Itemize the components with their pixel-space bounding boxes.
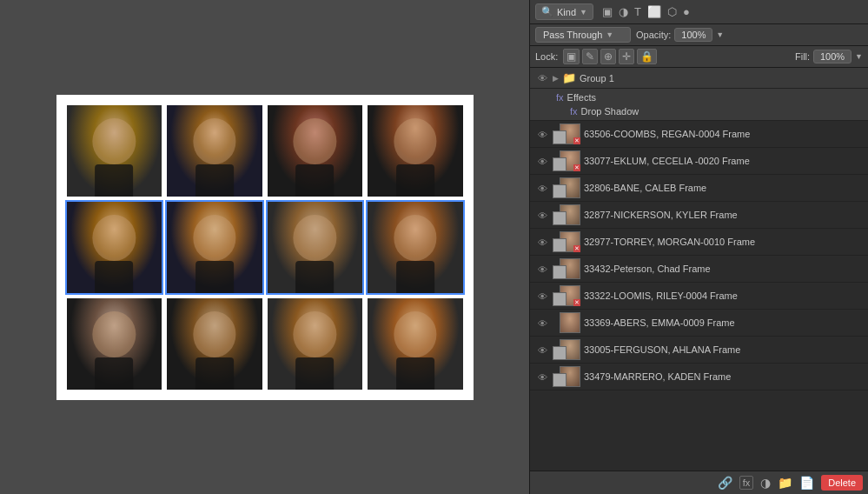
blend-opacity-toolbar: Pass Through ▼ Opacity: 100% ▼ <box>530 24 868 46</box>
layer-name: 33479-MARRERO, KADEN Frame <box>584 371 863 382</box>
layer-thumb-area <box>553 258 580 279</box>
layer-name: 32977-TORREY, MORGAN-0010 Frame <box>584 237 863 247</box>
opacity-row: Opacity: 100% ▼ <box>636 28 724 42</box>
shape-filter-icon[interactable]: ⬜ <box>646 3 663 20</box>
layer-visibility-toggle[interactable] <box>535 370 549 384</box>
photo-cell[interactable] <box>368 105 463 197</box>
lock-position-button[interactable]: ✎ <box>582 49 598 64</box>
smart-filter-icon[interactable]: ⬡ <box>666 3 679 20</box>
layer-mask-thumb <box>553 292 567 306</box>
new-layer-icon[interactable]: 📄 <box>799 476 814 490</box>
layers-list: ✕ 63506-COOMBS, REGAN-0004 Frame ✕ 33077… <box>530 121 868 391</box>
photo-cell[interactable] <box>268 202 363 293</box>
layer-thumb-area: ✕ <box>553 150 580 171</box>
group-layer[interactable]: ▶ 📁 Group 1 <box>530 68 868 89</box>
canvas-area <box>0 0 529 494</box>
photo-cell[interactable] <box>268 298 363 390</box>
chevron-down-icon: ▼ <box>580 8 587 17</box>
layer-x-badge: ✕ <box>573 299 580 306</box>
layer-visibility-toggle[interactable] <box>535 236 549 249</box>
layer-name: 63506-COOMBS, REGAN-0004 Frame <box>584 129 863 139</box>
layer-item[interactable]: ✕ 33322-LOOMIS, RILEY-0004 Frame <box>530 283 868 310</box>
drop-shadow-label: Drop Shadow <box>581 106 639 117</box>
layer-visibility-toggle[interactable] <box>535 182 549 195</box>
layer-item[interactable]: 33479-MARRERO, KADEN Frame <box>530 364 868 391</box>
layer-name: 33005-FERGUSON, AHLANA Frame <box>584 344 863 355</box>
layer-thumb-area: ✕ <box>553 231 580 252</box>
fx-icon[interactable]: fx <box>739 476 754 490</box>
layer-visibility-toggle[interactable] <box>535 209 549 222</box>
layer-item[interactable]: 32806-BANE, CALEB Frame <box>530 175 868 202</box>
folder-icon: 📁 <box>562 71 576 84</box>
layer-item[interactable]: 33369-ABERS, EMMA-0009 Frame <box>530 310 868 337</box>
photo-cell[interactable] <box>167 202 262 293</box>
layer-item[interactable]: ✕ 33077-EKLUM, CECELIA -0020 Frame <box>530 148 868 175</box>
layer-visibility-toggle[interactable] <box>535 290 549 303</box>
opacity-chevron-icon: ▼ <box>716 30 724 39</box>
blend-mode-value: Pass Through <box>543 30 602 40</box>
photo-cell[interactable] <box>67 202 162 293</box>
layer-item[interactable]: 32877-NICKERSON, KYLER Frame <box>530 202 868 229</box>
pixel-filter-icon[interactable]: ▣ <box>600 3 614 20</box>
lock-artboards-button[interactable]: ⊕ <box>600 49 616 64</box>
photo-row-2-selected <box>67 202 463 293</box>
layer-item[interactable]: ✕ 32977-TORREY, MORGAN-0010 Frame <box>530 229 868 256</box>
fill-input[interactable]: 100% <box>813 50 851 63</box>
bottom-toolbar: 🔗 fx ◑ 📁 📄 Delete <box>530 471 868 494</box>
layer-visibility-toggle[interactable] <box>535 344 549 357</box>
group-expand-icon[interactable]: ▶ <box>553 74 559 83</box>
lock-move-button[interactable]: ✛ <box>619 49 634 64</box>
layer-name: 32877-NICKERSON, KYLER Frame <box>584 210 863 220</box>
opacity-input[interactable]: 100% <box>674 28 712 42</box>
lock-pixels-button[interactable]: ▣ <box>563 49 580 64</box>
effects-icon: fx <box>556 92 564 103</box>
layer-visibility-toggle[interactable] <box>535 317 549 330</box>
layer-mask-thumb <box>553 265 567 279</box>
layer-visibility-toggle[interactable] <box>535 263 549 276</box>
layer-item[interactable]: 33005-FERGUSON, AHLANA Frame <box>530 337 868 364</box>
layer-visibility-toggle[interactable] <box>535 128 549 141</box>
layer-visibility-toggle[interactable] <box>535 155 549 168</box>
layer-item[interactable]: ✕ 63506-COOMBS, REGAN-0004 Frame <box>530 121 868 148</box>
blend-chevron-icon: ▼ <box>606 30 613 39</box>
link-icon[interactable]: 🔗 <box>718 476 732 490</box>
group-visibility-toggle[interactable] <box>535 71 549 84</box>
layer-thumbnail <box>560 312 580 333</box>
lock-fill-toolbar: Lock: ▣ ✎ ⊕ ✛ 🔒 Fill: 100% ▼ <box>530 46 868 68</box>
lock-all-button[interactable]: 🔒 <box>637 49 657 64</box>
photo-cell[interactable] <box>67 298 162 390</box>
photo-cell[interactable] <box>67 105 162 197</box>
lock-label: Lock: <box>535 51 558 62</box>
delete-button[interactable]: Delete <box>821 475 863 491</box>
drop-shadow-row[interactable]: fx Drop Shadow <box>570 104 863 118</box>
photo-cell[interactable] <box>268 105 363 197</box>
photo-cell[interactable] <box>368 298 463 390</box>
layer-x-badge: ✕ <box>573 137 580 144</box>
type-filter-icon[interactable]: T <box>633 3 643 20</box>
effects-row: fx Effects <box>556 90 863 104</box>
photo-row-3 <box>67 298 463 390</box>
layer-thumb-area <box>553 204 580 225</box>
photo-cell[interactable] <box>167 298 262 390</box>
fill-label: Fill: <box>795 51 810 62</box>
adjustment-filter-icon[interactable]: ◑ <box>617 3 630 20</box>
toggle-filter-icon[interactable]: ● <box>681 3 692 20</box>
layer-x-badge: ✕ <box>573 164 580 171</box>
photo-cell[interactable] <box>368 202 463 293</box>
kind-dropdown[interactable]: 🔍 Kind ▼ <box>535 3 593 20</box>
adjustment-icon[interactable]: ◑ <box>760 476 771 490</box>
kind-label: Kind <box>557 7 576 17</box>
filter-icons: ▣ ◑ T ⬜ ⬡ ● <box>600 3 692 20</box>
layer-x-badge: ✕ <box>573 245 580 252</box>
layer-thumb-area <box>553 177 580 198</box>
folder-new-icon[interactable]: 📁 <box>778 476 792 490</box>
layers-panel: ▶ 📁 Group 1 fx Effects fx Drop Shadow ✕ <box>530 68 868 471</box>
effects-group: fx Effects fx Drop Shadow <box>530 89 868 121</box>
lock-icons-group: ▣ ✎ ⊕ ✛ 🔒 <box>563 49 657 64</box>
photo-cell[interactable] <box>167 105 262 197</box>
layer-name: 33322-LOOMIS, RILEY-0004 Frame <box>584 290 863 301</box>
effects-label: Effects <box>567 92 596 103</box>
layer-item[interactable]: 33432-Peterson, Chad Frame <box>530 256 868 283</box>
blend-mode-dropdown[interactable]: Pass Through ▼ <box>535 27 631 43</box>
layer-name: 33432-Peterson, Chad Frame <box>584 264 863 274</box>
